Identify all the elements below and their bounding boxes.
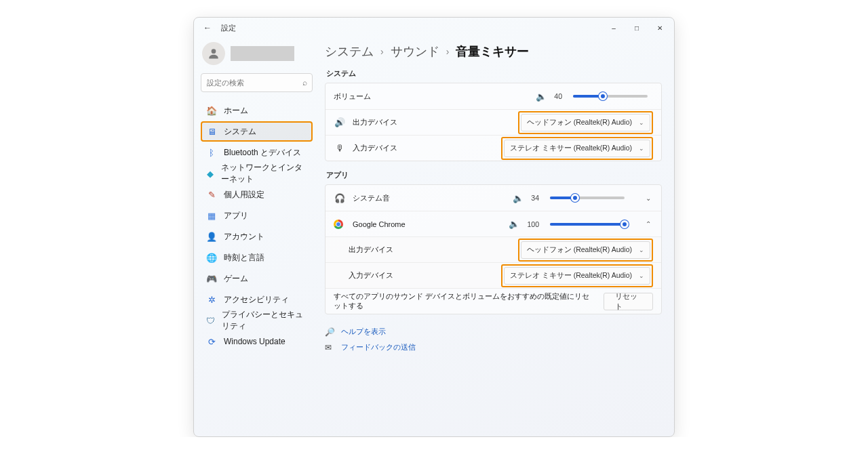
breadcrumb-current: 音量ミキサー [456,43,529,60]
back-button[interactable]: ← [203,23,213,33]
volume-slider[interactable] [573,95,648,98]
svg-point-0 [212,49,216,54]
chrome-output-highlight: ヘッドフォン (Realtek(R) Audio) ⌄ [518,239,653,262]
avatar-icon [202,42,225,65]
sidebar-item-label: ゲーム [224,273,248,285]
sidebar-item-network[interactable]: ◆ ネットワークとインターネット [201,163,313,184]
nav-list: 🏠 ホーム 🖥 システム ᛒ Bluetooth とデバイス ◆ ネットワークと… [201,100,313,352]
system-sounds-label: システム音 [353,193,390,203]
speaker-icon[interactable]: 🔈 [508,219,520,229]
breadcrumb-system[interactable]: システム [325,43,374,60]
chrome-slider[interactable] [550,223,625,226]
network-icon: ◆ [206,168,214,179]
breadcrumb-sound[interactable]: サウンド [391,43,439,60]
window-title: 設定 [221,23,236,33]
output-device-row: 🔊 出力デバイス ヘッドフォン (Realtek(R) Audio) ⌄ [326,109,661,135]
volume-label: ボリューム [334,91,371,102]
sidebar-item-label: アプリ [224,210,248,222]
mic-icon: 🎙 [334,143,346,153]
sidebar-item-label: Bluetooth とデバイス [224,147,301,159]
help-link[interactable]: 🔎 ヘルプを表示 [325,327,662,337]
update-icon: ⟳ [206,336,217,347]
system-icon: 🖥 [206,126,217,137]
input-label: 入力デバイス [353,143,397,153]
sidebar-item-label: プライバシーとセキュリティ [222,309,307,332]
footer-links: 🔎 ヘルプを表示 ✉ フィードバックの送信 [325,327,662,352]
sidebar-item-label: 時刻と言語 [224,252,264,264]
sidebar-item-bluetooth[interactable]: ᛒ Bluetooth とデバイス [201,142,313,163]
chrome-icon [334,220,346,229]
chrome-input-label: 入力デバイス [349,270,393,281]
search-icon: ⌕ [302,78,307,87]
gaming-icon: 🎮 [206,273,217,284]
speaker-icon[interactable]: 🔈 [535,91,547,102]
output-dropdown-highlight: ヘッドフォン (Realtek(R) Audio) ⌄ [518,111,653,134]
apps-card-group: 🎧 システム音 🔈 34 ⌄ Google Chrome 🔈 [325,184,662,314]
chevron-down-icon: ⌄ [639,247,644,253]
input-dropdown-highlight: ステレオ ミキサー (Realtek(R) Audio) ⌄ [501,137,653,160]
output-device-dropdown[interactable]: ヘッドフォン (Realtek(R) Audio) ⌄ [521,114,650,131]
close-button[interactable]: ✕ [648,18,671,38]
sidebar-item-label: システム [224,126,256,138]
sidebar-item-time-language[interactable]: 🌐 時刻と言語 [201,247,313,268]
sidebar-item-gaming[interactable]: 🎮 ゲーム [201,268,313,289]
feedback-link[interactable]: ✉ フィードバックの送信 [325,342,662,352]
apps-icon: ▦ [206,210,217,221]
collapse-caret[interactable]: ⌃ [644,220,653,228]
profile-name-placeholder [231,46,294,61]
chrome-input-row: 入力デバイス ステレオ ミキサー (Realtek(R) Audio) ⌄ [326,262,661,288]
chrome-output-label: 出力デバイス [349,245,393,255]
chrome-output-dropdown[interactable]: ヘッドフォン (Realtek(R) Audio) ⌄ [521,241,650,259]
sidebar-item-label: ネットワークとインターネット [221,162,307,185]
help-icon: 🔎 [325,327,334,337]
settings-window: ← 設定 – □ ✕ ⌕ 🏠 ホーム [193,17,675,437]
output-device-value: ヘッドフォン (Realtek(R) Audio) [527,118,632,127]
system-sounds-slider[interactable] [550,197,625,199]
feedback-icon: ✉ [325,343,334,352]
titlebar: ← 設定 – □ ✕ [194,18,674,38]
sidebar-item-system[interactable]: 🖥 システム [201,121,313,142]
volume-row: ボリューム 🔈 40 [326,83,661,109]
reset-button[interactable]: リセット [604,293,653,310]
chrome-output-value: ヘッドフォン (Realtek(R) Audio) [527,245,632,255]
sidebar-item-label: 個人用設定 [224,189,264,201]
sidebar-item-label: ホーム [224,105,248,117]
search-box[interactable]: ⌕ [201,73,313,92]
system-sounds-row: 🎧 システム音 🔈 34 ⌄ [326,185,661,211]
chevron-down-icon: ⌄ [639,145,644,152]
profile[interactable] [201,42,313,65]
chrome-row: Google Chrome 🔈 100 ⌃ [326,211,661,236]
brush-icon: ✎ [206,189,217,200]
system-card-group: ボリューム 🔈 40 🔊 出力デバイス ヘッドフォン (Real [325,83,662,161]
chrome-input-dropdown[interactable]: ステレオ ミキサー (Realtek(R) Audio) ⌄ [504,267,650,285]
sidebar-item-label: Windows Update [224,337,285,346]
search-input[interactable] [201,73,313,92]
sidebar-item-accounts[interactable]: 👤 アカウント [201,226,313,247]
sidebar-item-personalization[interactable]: ✎ 個人用設定 [201,184,313,205]
expand-caret[interactable]: ⌄ [644,194,653,202]
sidebar-item-privacy[interactable]: 🛡 プライバシーとセキュリティ [201,310,313,331]
sidebar-item-accessibility[interactable]: ✲ アクセシビリティ [201,289,313,310]
sidebar-item-windows-update[interactable]: ⟳ Windows Update [201,331,313,352]
input-device-dropdown[interactable]: ステレオ ミキサー (Realtek(R) Audio) ⌄ [504,140,650,157]
sidebar-item-apps[interactable]: ▦ アプリ [201,205,313,226]
input-device-value: ステレオ ミキサー (Realtek(R) Audio) [510,144,632,153]
system-sounds-value: 34 [531,194,539,202]
speaker-icon[interactable]: 🔈 [512,193,524,203]
reset-text: すべてのアプリのサウンド デバイスとボリュームをおすすめの既定値にリセットする [334,292,590,311]
chrome-label: Google Chrome [353,220,406,228]
sidebar-item-home[interactable]: 🏠 ホーム [201,100,313,121]
chrome-value: 100 [527,220,539,228]
main-content: システム › サウンド › 音量ミキサー システム ボリューム 🔈 40 [319,38,674,436]
maximize-button[interactable]: □ [625,18,648,38]
chrome-input-highlight: ステレオ ミキサー (Realtek(R) Audio) ⌄ [501,264,653,287]
sidebar-item-label: アクセシビリティ [224,294,289,306]
shield-icon: 🛡 [206,315,215,326]
input-device-row: 🎙 入力デバイス ステレオ ミキサー (Realtek(R) Audio) ⌄ [326,135,661,161]
headphones-icon: 🎧 [334,193,346,203]
home-icon: 🏠 [206,105,217,116]
minimize-button[interactable]: – [602,18,625,38]
chevron-down-icon: ⌄ [639,119,644,126]
account-icon: 👤 [206,231,217,242]
chevron-down-icon: ⌄ [639,272,644,279]
